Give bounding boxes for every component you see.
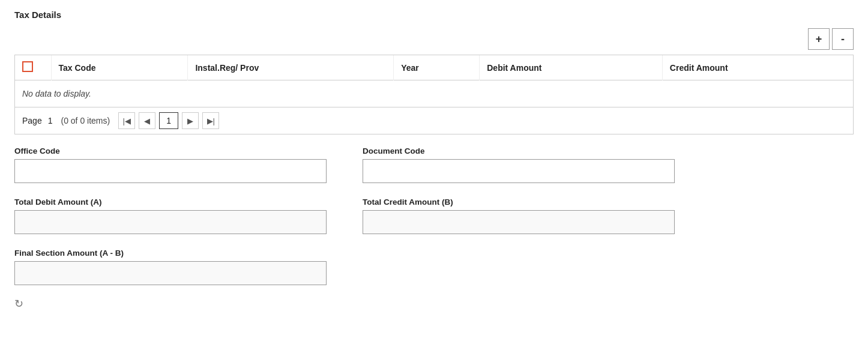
no-data-text: No data to display. (15, 80, 853, 107)
page-title: Tax Details (14, 10, 854, 20)
final-section-label: Final Section Amount (A - B) (14, 249, 327, 258)
pagination-row: Page 1 (0 of 0 items) |◀ ◀ 1 ▶ ▶| (15, 107, 853, 134)
pagination-next-button[interactable]: ▶ (182, 112, 199, 129)
total-credit-input[interactable] (363, 210, 675, 234)
office-code-input[interactable] (14, 159, 327, 183)
final-section-group: Final Section Amount (A - B) (14, 249, 327, 285)
document-code-group: Document Code (363, 146, 675, 183)
pagination-prev-button[interactable]: ◀ (139, 112, 155, 129)
pagination-items-info: (0 of 0 items) (61, 116, 110, 125)
total-credit-group: Total Credit Amount (B) (363, 198, 675, 234)
office-code-group: Office Code (14, 146, 327, 183)
pagination-last-button[interactable]: ▶| (202, 112, 219, 129)
pagination: Page 1 (0 of 0 items) |◀ ◀ 1 ▶ ▶| (22, 112, 846, 129)
pagination-current-page: 1 (159, 112, 178, 129)
total-credit-label: Total Credit Amount (B) (363, 198, 675, 207)
final-section-input[interactable] (14, 261, 327, 285)
col-credit-amount: Credit Amount (662, 55, 853, 80)
document-code-label: Document Code (363, 146, 675, 155)
tax-details-table-container: Tax Code Instal.Reg/ Prov Year Debit Amo… (14, 55, 854, 134)
total-debit-input[interactable] (14, 210, 327, 234)
select-all-checkbox[interactable] (22, 61, 33, 72)
form-section: Office Code Document Code Total Debit Am… (14, 146, 675, 285)
remove-row-button[interactable]: - (832, 28, 854, 50)
loading-indicator: ↻ (14, 292, 854, 310)
total-debit-group: Total Debit Amount (A) (14, 198, 327, 234)
col-year: Year (394, 55, 480, 80)
document-code-input[interactable] (363, 159, 675, 183)
col-checkbox (15, 55, 51, 80)
col-debit-amount: Debit Amount (480, 55, 663, 80)
no-data-row: No data to display. (15, 80, 853, 107)
table-header-row: Tax Code Instal.Reg/ Prov Year Debit Amo… (15, 55, 853, 80)
pagination-page-number: 1 (48, 116, 53, 125)
toolbar: + - (14, 28, 854, 50)
col-instal-reg-prov: Instal.Reg/ Prov (188, 55, 394, 80)
add-row-button[interactable]: + (808, 28, 830, 50)
pagination-page-label: Page (22, 116, 42, 125)
tax-details-table: Tax Code Instal.Reg/ Prov Year Debit Amo… (15, 55, 853, 134)
total-debit-label: Total Debit Amount (A) (14, 198, 327, 207)
pagination-first-button[interactable]: |◀ (118, 112, 135, 129)
col-tax-code: Tax Code (51, 55, 188, 80)
loading-icon: ↻ (14, 297, 23, 310)
office-code-label: Office Code (14, 146, 327, 155)
